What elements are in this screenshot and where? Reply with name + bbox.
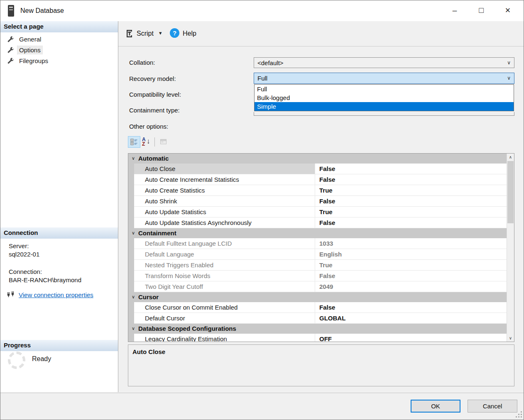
titlebar: New Database – □ ×	[0, 0, 524, 21]
dropdown-option-simple[interactable]: Simple	[255, 102, 514, 111]
property-category[interactable]: ∨Database Scoped Configurations	[128, 324, 507, 334]
property-value[interactable]: False	[315, 174, 507, 185]
containment-type-combobox[interactable]: None	[254, 112, 514, 116]
property-grid-scrollbar[interactable]: ∧ ∨	[507, 154, 514, 342]
property-grid-rows: ∨AutomaticAuto CloseFalseAuto Create Inc…	[128, 154, 507, 342]
chevron-down-icon: ∨	[128, 156, 138, 161]
progress-status: Ready	[32, 355, 51, 363]
property-value[interactable]: True	[315, 185, 507, 196]
property-category[interactable]: ∨Containment	[128, 228, 507, 238]
property-value[interactable]: OFF	[315, 334, 507, 342]
recovery-model-dropdown-list: FullBulk-loggedSimple	[254, 84, 514, 111]
close-button[interactable]: ×	[499, 4, 517, 17]
progress-spinner-icon	[8, 352, 25, 369]
script-button[interactable]: Script	[137, 30, 154, 37]
sidebar-item-label: General	[17, 35, 43, 43]
toolbar-separator	[154, 137, 155, 147]
property-value[interactable]: False	[315, 196, 507, 207]
property-row[interactable]: Default LanguageEnglish	[128, 249, 507, 260]
server-label: Server:	[9, 242, 29, 249]
categorized-button[interactable]	[128, 136, 140, 148]
category-label: Automatic	[138, 155, 169, 162]
property-row[interactable]: Auto Create Incremental StatisticsFalse	[128, 174, 507, 185]
property-row[interactable]: Auto Update Statistics AsynchronouslyFal…	[128, 217, 507, 228]
property-row[interactable]: Auto Update StatisticsTrue	[128, 207, 507, 217]
scrollbar-thumb[interactable]	[507, 161, 514, 223]
connection-value: BAR-E-RANCH\braymond	[9, 276, 81, 283]
description-title: Auto Close	[132, 348, 510, 355]
other-options-label: Other options:	[129, 123, 168, 130]
property-row[interactable]: Default CursorGLOBAL	[128, 313, 507, 324]
recovery-model-label: Recovery model:	[129, 75, 176, 82]
dropdown-option-full[interactable]: Full	[255, 85, 514, 93]
property-row[interactable]: Legacy Cardinality EstimationOFF	[128, 334, 507, 342]
window-title: New Database	[20, 7, 64, 15]
alphabetical-sort-button[interactable]: A Z ↓	[140, 136, 153, 148]
sidebar-item-options[interactable]: Options	[5, 45, 45, 55]
property-value[interactable]: GLOBAL	[315, 313, 507, 324]
scroll-up-icon[interactable]: ∧	[507, 154, 514, 161]
row-gutter	[128, 260, 134, 271]
scroll-down-icon[interactable]: ∨	[507, 335, 514, 342]
view-connection-properties-link[interactable]: View connection properties	[19, 291, 93, 298]
property-value[interactable]: False	[315, 302, 507, 313]
sidebar-item-general[interactable]: General	[5, 34, 45, 44]
property-row[interactable]: Auto Create StatisticsTrue	[128, 185, 507, 196]
property-row[interactable]: Auto ShrinkFalse	[128, 196, 507, 207]
sidebar-item-filegroups[interactable]: Filegroups	[5, 56, 52, 66]
wrench-icon	[7, 36, 14, 43]
maximize-button[interactable]: □	[472, 4, 490, 17]
cancel-button[interactable]: Cancel	[468, 400, 517, 413]
property-value[interactable]: True	[315, 207, 507, 217]
property-row[interactable]: Close Cursor on Commit EnabledFalse	[128, 302, 507, 313]
property-name: Two Digit Year Cutoff	[134, 281, 315, 292]
property-name: Nested Triggers Enabled	[134, 260, 315, 271]
category-label: Containment	[138, 230, 176, 237]
compatibility-level-label: Compatibility level:	[129, 91, 181, 98]
property-value[interactable]: False	[315, 164, 507, 174]
property-value[interactable]: False	[315, 217, 507, 228]
property-value[interactable]: English	[315, 249, 507, 260]
property-grid-toolbar: A Z ↓	[128, 136, 170, 148]
main-panel: Script ▾ ? Help Collation: Recovery mode…	[118, 21, 524, 392]
row-gutter	[128, 302, 134, 313]
row-gutter	[128, 196, 134, 207]
ok-button[interactable]: OK	[411, 400, 460, 413]
property-description-panel: Auto Close	[128, 344, 514, 386]
row-gutter	[128, 334, 134, 342]
property-value[interactable]: True	[315, 260, 507, 271]
property-value[interactable]: 2049	[315, 281, 507, 292]
resize-grip[interactable]	[516, 412, 522, 418]
property-row[interactable]: Two Digit Year Cutoff2049	[128, 281, 507, 292]
script-icon[interactable]	[125, 29, 134, 39]
property-name: Legacy Cardinality Estimation	[134, 334, 315, 342]
property-name: Transform Noise Words	[134, 271, 315, 281]
row-gutter	[128, 207, 134, 217]
select-page-header: Select a page	[0, 21, 118, 32]
collation-combobox[interactable]: <default> ∨	[254, 57, 514, 68]
property-name: Default Cursor	[134, 313, 315, 324]
property-row[interactable]: Transform Noise WordsFalse	[128, 271, 507, 281]
property-value[interactable]: 1033	[315, 238, 507, 249]
script-dropdown-caret-icon[interactable]: ▾	[159, 30, 162, 36]
minimize-button[interactable]: –	[446, 4, 464, 17]
recovery-model-value: Full	[257, 75, 267, 82]
sidebar: Select a page GeneralOptionsFilegroups C…	[0, 21, 118, 392]
property-category[interactable]: ∨Cursor	[128, 292, 507, 302]
footer: OK Cancel	[0, 393, 524, 420]
property-row[interactable]: Default Fulltext Language LCID1033	[128, 238, 507, 249]
property-name: Auto Close	[134, 164, 315, 174]
recovery-model-combobox[interactable]: Full ∨	[254, 73, 514, 84]
property-category[interactable]: ∨Automatic	[128, 154, 507, 164]
property-row[interactable]: Nested Triggers EnabledTrue	[128, 260, 507, 271]
property-value[interactable]: False	[315, 271, 507, 281]
connection-label: Connection:	[9, 268, 42, 275]
property-row[interactable]: Auto CloseFalse	[128, 164, 507, 174]
help-button[interactable]: Help	[183, 30, 196, 37]
row-gutter	[128, 313, 134, 324]
help-icon[interactable]: ?	[170, 28, 179, 38]
categorized-icon	[130, 138, 138, 146]
dropdown-option-bulk-logged[interactable]: Bulk-logged	[255, 93, 514, 102]
category-label: Cursor	[138, 293, 159, 300]
property-name: Auto Create Statistics	[134, 185, 315, 196]
